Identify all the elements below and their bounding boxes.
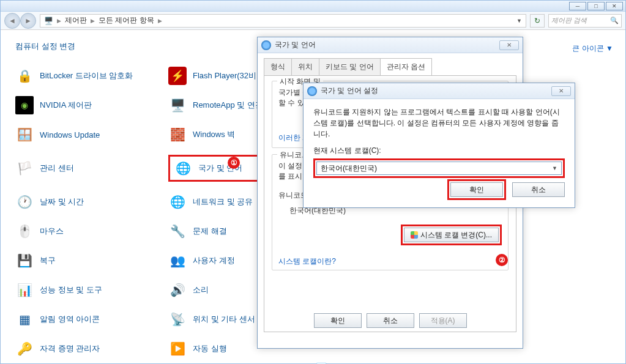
current-locale-label: 현재 시스템 로캘(C):	[313, 146, 565, 156]
dropdown-highlight: 한국어(대한민국) ▼	[313, 158, 565, 178]
item-recovery[interactable]: 💾복구	[15, 251, 162, 270]
back-button[interactable]: ◄	[4, 13, 20, 29]
sound-icon: 🔊	[168, 281, 187, 299]
what-is-locale-link[interactable]: 시스템 로캘이란?	[278, 256, 502, 267]
ok-button[interactable]: 확인	[314, 313, 362, 328]
close-button[interactable]: ✕	[606, 2, 623, 10]
cancel-button[interactable]: 취소	[512, 182, 565, 197]
minimize-button[interactable]: ─	[569, 2, 586, 10]
dialog-close-button[interactable]: ✕	[551, 86, 571, 96]
dialog-title: 국가 및 언어	[275, 40, 316, 50]
chevron-right-icon: ▶	[57, 18, 61, 24]
description-text: 유니코드를 지원하지 않는 프로그램에서 텍스트를 표시할 때 사용할 언어(시…	[313, 106, 565, 139]
change-locale-highlight: 시스템 로캘 변경(C)...	[401, 225, 502, 245]
address-bar: ◄ ► 🖥️ ▶ 제어판 ▶ 모든 제어판 항목 ▶ ▼ ↻ 제어판 검색 🔍	[1, 12, 625, 30]
chevron-down-icon[interactable]: ▼	[516, 18, 522, 24]
dialog-title: 국가 및 언어 설정	[321, 86, 378, 96]
firewall-icon: 🧱	[168, 125, 187, 144]
tab-format[interactable]: 형식	[264, 58, 292, 75]
globe-icon	[307, 86, 317, 96]
tab-location[interactable]: 위치	[291, 58, 319, 75]
view-dropdown[interactable]: 큰 아이콘 ▼	[572, 43, 613, 54]
item-taskbar[interactable]: 📑작업 표시줄 및 시작 메뉴	[313, 360, 425, 364]
apply-button[interactable]: 적용(A)	[419, 313, 467, 328]
remoteapp-icon: 🖥️	[168, 96, 187, 114]
search-input[interactable]: 제어판 검색 🔍	[548, 14, 622, 28]
dialog-buttons: 확인 취소	[447, 179, 565, 200]
taskbar-icon: 📑	[313, 360, 331, 364]
item-bitlocker[interactable]: 🔒BitLocker 드라이브 암호화	[15, 67, 162, 85]
recovery-icon: 💾	[15, 251, 34, 270]
item-performance[interactable]: 📊성능 정보 및 도구	[15, 281, 162, 299]
item-windows-update[interactable]: 🪟Windows Update	[15, 125, 162, 144]
cancel-button[interactable]: 취소	[367, 313, 414, 328]
tabs: 형식 위치 키보드 및 언어 관리자 옵션	[258, 53, 523, 75]
annotation-badge-2: ②	[496, 254, 508, 266]
search-placeholder: 제어판 검색	[551, 16, 587, 25]
tab-admin[interactable]: 관리자 옵션	[380, 58, 432, 75]
window-controls: ─ □ ✕	[1, 1, 625, 12]
user-accounts-icon: 👥	[168, 251, 187, 270]
chevron-right-icon: ▶	[91, 18, 95, 24]
notification-icon: ▦	[15, 310, 34, 329]
credential-icon: 🔑	[15, 340, 34, 358]
item-notification-icons[interactable]: ▦알림 영역 아이콘	[15, 310, 162, 329]
refresh-button[interactable]: ↻	[530, 14, 545, 28]
search-icon: 🔍	[610, 17, 619, 24]
flag-icon: 🏳️	[15, 159, 34, 177]
clock-icon: 🕐	[15, 193, 34, 211]
system-locale-dropdown[interactable]: 한국어(대한민국) ▼	[316, 162, 562, 175]
network-icon: 🌐	[168, 193, 187, 211]
mouse-icon: 🖱️	[15, 222, 34, 240]
location-icon: 📡	[168, 310, 187, 329]
forward-button[interactable]: ►	[20, 13, 36, 29]
tab-keyboard[interactable]: 키보드 및 언어	[319, 58, 381, 75]
control-panel-icon: 🖥️	[44, 17, 53, 25]
nvidia-icon: ◉	[15, 96, 34, 114]
globe-clock-icon: 🌐	[174, 159, 192, 177]
globe-icon	[261, 40, 271, 50]
annotation-badge-1: ①	[228, 157, 240, 169]
change-system-locale-button[interactable]: 시스템 로캘 변경(C)...	[404, 228, 499, 242]
troubleshoot-icon: 🔧	[168, 222, 187, 240]
dialog-titlebar: 국가 및 언어 설정 ✕	[304, 83, 575, 99]
ok-highlight: 확인	[447, 179, 506, 200]
dropdown-value: 한국어(대한민국)	[321, 163, 377, 174]
breadcrumb[interactable]: 🖥️ ▶ 제어판 ▶ 모든 제어판 항목 ▶ ▼	[40, 14, 526, 28]
dialog-close-button[interactable]: ✕	[499, 40, 519, 50]
item-credential-manager[interactable]: 🔑자격 증명 관리자	[15, 340, 162, 358]
item-mouse[interactable]: 🖱️마우스	[15, 222, 162, 240]
item-date-time[interactable]: 🕐날짜 및 시간	[15, 193, 162, 211]
dialog-body: 유니코드를 지원하지 않는 프로그램에서 텍스트를 표시할 때 사용할 언어(시…	[304, 99, 575, 207]
item-nvidia[interactable]: ◉NVIDIA 제어판	[15, 96, 162, 114]
breadcrumb-item[interactable]: 모든 제어판 항목	[99, 15, 154, 26]
chevron-down-icon: ▼	[552, 165, 557, 171]
chevron-right-icon: ▶	[158, 18, 162, 24]
shield-icon	[411, 231, 418, 239]
performance-icon: 📊	[15, 281, 34, 299]
breadcrumb-item[interactable]: 제어판	[65, 15, 87, 26]
flash-icon: ⚡	[168, 67, 187, 85]
region-language-settings-dialog: 국가 및 언어 설정 ✕ 유니코드를 지원하지 않는 프로그램에서 텍스트를 표…	[303, 83, 575, 208]
dialog-buttons: 확인 취소 적용(A)	[264, 313, 516, 328]
maximize-button[interactable]: □	[587, 2, 605, 10]
ok-button[interactable]: 확인	[450, 182, 503, 197]
lock-icon: 🔒	[15, 67, 34, 85]
dialog-titlebar: 국가 및 언어 ✕	[258, 37, 523, 53]
windows-update-icon: 🪟	[15, 125, 34, 144]
autoplay-icon: ▶️	[168, 340, 187, 358]
item-action-center[interactable]: 🏳️관리 센터	[15, 155, 162, 182]
